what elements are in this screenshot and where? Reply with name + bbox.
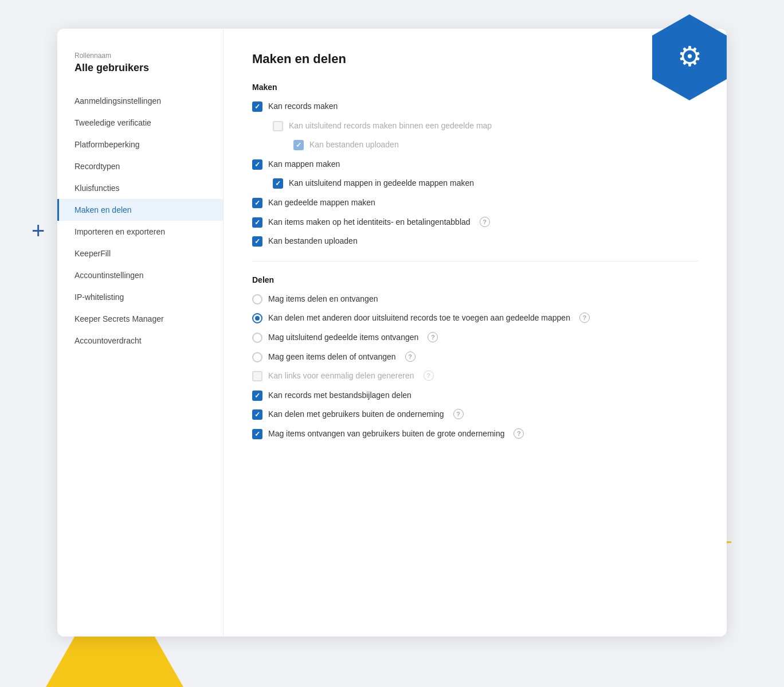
sidebar-nav-item-recordtypen[interactable]: Recordtypen [57,155,223,177]
option-kan-gedeelde-mappen: Kan gedeelde mappen maken [252,197,698,209]
label-identiteit-betalingen: Kan items maken op het identiteits- en b… [268,217,471,228]
checkbox-identiteit-betalingen[interactable] [252,217,262,228]
label-mag-uitsluitend: Mag uitsluitend gedeelde items ontvangen [268,332,418,344]
label-links-genereren: Kan links voor eenmalig delen genereren [268,370,414,382]
label-bestanden-uploaden: Kan bestanden uploaden [268,236,358,247]
sidebar-nav-item-accountoverdracht[interactable]: Accountoverdracht [57,330,223,352]
svg-text:⚙: ⚙ [677,41,702,72]
role-label: Rollennaam [57,52,223,60]
option-links-genereren: Kan links voor eenmalig delen genereren … [252,370,698,382]
page-title: Maken en delen [252,52,698,67]
sidebar-nav-item-maken-en-delen[interactable]: Maken en delen [57,199,223,221]
sidebar-nav: AanmeldingsinstellingenTweeledige verifi… [57,90,223,352]
checkbox-links-genereren[interactable] [252,371,262,381]
option-bestanden-uploaden: Kan bestanden uploaden [252,236,698,247]
label-kan-records-maken: Kan records maken [268,101,338,112]
option-mag-items-delen: Mag items delen en ontvangen [252,294,698,305]
maken-section: Maken Kan records maken Kan uitsluitend … [252,83,698,247]
checkbox-bestanden-uploaden[interactable] [252,236,262,247]
delen-title: Delen [252,275,698,284]
help-delen-buiten-icon[interactable]: ? [453,409,464,419]
help-items-ontvangen-icon[interactable]: ? [513,428,524,439]
help-uitsluitend-icon[interactable]: ? [428,332,438,342]
checkbox-records-bestanden[interactable] [252,391,262,401]
option-items-ontvangen-buiten: Mag items ontvangen van gebruikers buite… [252,428,698,440]
option-records-bestanden: Kan records met bestandsbijlagen delen [252,390,698,401]
radio-mag-geen-items[interactable] [252,352,262,362]
role-name: Alle gebruikers [57,62,223,74]
sidebar-nav-item-keeper-secrets-manager[interactable]: Keeper Secrets Manager [57,308,223,330]
sidebar-nav-item-kluisfuncties[interactable]: Kluisfuncties [57,177,223,199]
label-kan-gedeelde-mappen: Kan gedeelde mappen maken [268,197,375,209]
sidebar-nav-item-keeperfill[interactable]: KeeperFill [57,243,223,264]
option-uitsluitend-mappen-gedeeld: Kan uitsluitend mappen in gedeelde mappe… [273,178,698,189]
label-bestanden-uploaden-sub: Kan bestanden uploaden [309,139,399,151]
label-mag-geen-items: Mag geen items delen of ontvangen [268,352,396,363]
section-divider [252,261,698,261]
radio-kan-delen-anderen[interactable] [252,313,262,323]
label-items-ontvangen-buiten: Mag items ontvangen van gebruikers buite… [268,428,504,440]
option-kan-delen-anderen: Kan delen met anderen door uitsluitend r… [252,313,698,324]
sidebar: Rollennaam Alle gebruikers Aanmeldingsin… [57,29,224,637]
option-identiteit-betalingen: Kan items maken op het identiteits- en b… [252,217,698,228]
checkbox-uitsluitend-mappen-gedeeld[interactable] [273,178,283,189]
help-delen-anderen-icon[interactable]: ? [579,313,590,323]
sidebar-nav-item-platformbeperking[interactable]: Platformbeperking [57,134,223,155]
label-uitsluitend-mappen-gedeeld: Kan uitsluitend mappen in gedeelde mappe… [289,178,474,189]
sidebar-nav-item-accountinstellingen[interactable]: Accountinstellingen [57,264,223,286]
label-kan-mappen-maken: Kan mappen maken [268,159,340,170]
option-bestanden-uploaden-sub: Kan bestanden uploaden [293,139,698,151]
option-mag-geen-items: Mag geen items delen of ontvangen ? [252,352,698,363]
sidebar-nav-item-importeren-en-exporteren[interactable]: Importeren en exporteren [57,221,223,243]
option-kan-mappen-maken: Kan mappen maken [252,159,698,170]
label-delen-buiten: Kan delen met gebruikers buiten de onder… [268,409,444,420]
checkbox-kan-gedeelde-mappen[interactable] [252,198,262,208]
help-links-genereren-icon[interactable]: ? [424,370,434,381]
help-geen-items-icon[interactable]: ? [405,352,415,362]
radio-mag-items-delen[interactable] [252,294,262,305]
sidebar-nav-item-aanmeldingsinstellingen[interactable]: Aanmeldingsinstellingen [57,90,223,112]
option-mag-uitsluitend: Mag uitsluitend gedeelde items ontvangen… [252,332,698,344]
main-content: Maken en delen Maken Kan records maken K… [224,29,727,637]
checkbox-kan-records-maken[interactable] [252,102,262,112]
option-uitsluitend-records-map: Kan uitsluitend records maken binnen een… [273,120,698,132]
checkbox-uitsluitend-records-map[interactable] [273,121,283,131]
checkbox-delen-buiten[interactable] [252,409,262,420]
plus-decoration-left: + [32,218,45,244]
option-kan-records-maken: Kan records maken [252,101,698,112]
checkbox-bestanden-uploaden-sub[interactable] [293,140,304,150]
label-mag-items-delen: Mag items delen en ontvangen [268,294,378,305]
main-card: Rollennaam Alle gebruikers Aanmeldingsin… [57,29,727,637]
delen-section: Delen Mag items delen en ontvangen Kan d… [252,275,698,440]
sidebar-nav-item-ip-whitelisting[interactable]: IP-whitelisting [57,286,223,308]
maken-title: Maken [252,83,698,92]
label-records-bestanden: Kan records met bestandsbijlagen delen [268,390,411,401]
checkbox-items-ontvangen-buiten[interactable] [252,429,262,439]
label-kan-delen-anderen: Kan delen met anderen door uitsluitend r… [268,313,570,324]
sidebar-nav-item-tweeledige-verificatie[interactable]: Tweeledige verificatie [57,112,223,134]
help-identiteit-icon[interactable]: ? [480,217,490,227]
label-uitsluitend-records-map: Kan uitsluitend records maken binnen een… [289,120,492,132]
checkbox-kan-mappen-maken[interactable] [252,159,262,170]
radio-mag-uitsluitend[interactable] [252,333,262,343]
option-delen-buiten: Kan delen met gebruikers buiten de onder… [252,409,698,420]
hexagon-decoration: ⚙ [646,11,738,103]
